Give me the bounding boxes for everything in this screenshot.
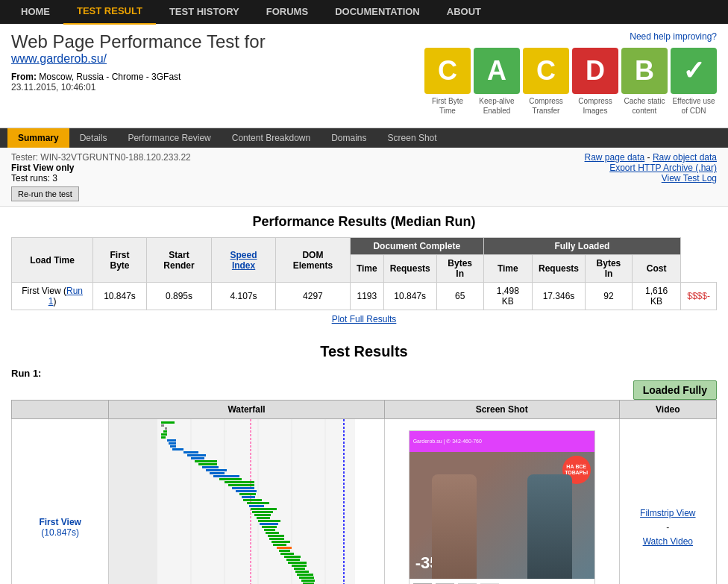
svg-rect-20 [187, 454, 206, 456]
help-link[interactable]: Need help improving? [424, 31, 717, 42]
svg-rect-21 [191, 457, 204, 459]
nav-documentation[interactable]: DOCUMENTATION [321, 0, 433, 24]
screenshot-container[interactable]: Garderob.su | ✆ 342-460-760 -35 НА ВСЕ Т… [388, 422, 616, 584]
page-title: Web Page Performance Test for [11, 31, 266, 52]
fully-loaded-header: Fully Loaded [483, 238, 681, 255]
from-label: From: [11, 72, 37, 82]
cell-start-render: 4.107s [212, 283, 276, 310]
svg-rect-50 [273, 544, 286, 546]
first-view-label: First View [19, 517, 101, 527]
grade-cdn-label: Effective use of CDN [671, 96, 717, 116]
svg-rect-24 [202, 466, 219, 468]
tab-performance-review[interactable]: Performance Review [117, 128, 221, 148]
grade-compress-transfer: C [523, 48, 569, 94]
svg-rect-60 [297, 574, 313, 576]
tester-info: Tester: WIN-32VTGRUNTN0-188.120.233.22 [11, 152, 191, 163]
grade-first-byte-label: First Byte Time [424, 96, 471, 116]
raw-page-data-link[interactable]: Raw page data [585, 152, 645, 163]
svg-rect-44 [262, 526, 277, 528]
filmstrip-view-link[interactable]: Filmstrip View [627, 504, 709, 522]
svg-rect-42 [258, 520, 280, 522]
nav-test-result[interactable]: TEST RESULT [63, 0, 156, 25]
col-header-empty [12, 401, 109, 419]
test-results-title: Test Results [0, 343, 728, 360]
svg-rect-9 [161, 421, 175, 424]
svg-rect-25 [206, 469, 227, 471]
svg-rect-32 [236, 490, 257, 492]
run-details-table: Waterfall Screen Shot Video First View (… [11, 400, 717, 584]
svg-rect-49 [272, 541, 290, 543]
svg-rect-41 [257, 517, 270, 519]
cell-fl-requests: 92 [586, 283, 633, 310]
svg-rect-12 [163, 430, 167, 433]
svg-rect-15 [167, 439, 176, 442]
col-fl-cost: Cost [632, 255, 680, 283]
svg-rect-48 [269, 538, 284, 540]
first-view-label: First View only [11, 163, 191, 173]
col-load-time: Load Time [12, 238, 93, 283]
svg-rect-23 [198, 463, 217, 465]
plot-full-results-link[interactable]: Plot Full Results [332, 314, 397, 324]
grade-keepalive-label: Keep-alive Enabled [474, 96, 520, 116]
raw-object-data-link[interactable]: Raw object data [653, 152, 717, 163]
grade-cdn: ✓ [671, 48, 717, 94]
svg-rect-54 [284, 556, 301, 558]
nav-test-history[interactable]: TEST HISTORY [156, 0, 253, 24]
nav-about[interactable]: ABOUT [433, 0, 495, 24]
svg-rect-11 [165, 427, 167, 430]
svg-rect-22 [195, 460, 217, 462]
plot-link-wrapper: Plot Full Results [11, 310, 717, 328]
waterfall-chart[interactable] [109, 419, 383, 584]
col-header-video: Video [619, 401, 716, 419]
export-http-link[interactable]: Export HTTP Archive (.har) [609, 163, 717, 173]
site-url[interactable]: www.garderob.su/ [11, 52, 266, 66]
svg-rect-58 [294, 568, 305, 570]
grade-cache-static: B [621, 48, 668, 94]
test-runs: Test runs: 3 [11, 173, 191, 183]
view-test-log-link[interactable]: View Test Log [662, 173, 717, 183]
svg-rect-14 [161, 436, 166, 439]
svg-rect-1 [109, 419, 157, 584]
watch-video-link[interactable]: Watch Video [627, 533, 709, 550]
grade-keepalive: A [474, 48, 520, 94]
row-label: First View (Run 1) [12, 283, 93, 310]
rerun-button[interactable]: Re-run the test [11, 186, 79, 201]
video-separator: - [666, 522, 669, 533]
nav-home[interactable]: HOME [7, 0, 63, 24]
svg-rect-52 [279, 550, 290, 552]
info-bar: Tester: WIN-32VTGRUNTN0-188.120.233.22 F… [0, 148, 728, 207]
run-1-label: Run 1: [0, 364, 728, 383]
svg-rect-33 [239, 493, 256, 495]
svg-rect-30 [228, 484, 254, 486]
svg-rect-61 [299, 577, 314, 579]
waterfall-svg [109, 419, 355, 584]
cell-doc-requests: 65 [436, 283, 483, 310]
tab-domains[interactable]: Domains [321, 128, 377, 148]
nav-forums[interactable]: FORUMS [253, 0, 321, 24]
tab-screen-shot[interactable]: Screen Shot [377, 128, 448, 148]
loaded-fully-badge: Loaded Fully [633, 380, 717, 400]
test-results-section: Test Results Run 1: Loaded Fully Waterfa… [0, 343, 728, 584]
col-doc-time: Time [350, 255, 383, 283]
tab-details[interactable]: Details [69, 128, 118, 148]
tab-content-breakdown[interactable]: Content Breakdown [222, 128, 321, 148]
grade-boxes: C First Byte Time A Keep-alive Enabled C… [424, 48, 717, 116]
col-fl-requests: Requests [532, 255, 585, 283]
doc-complete-header: Document Complete [350, 238, 483, 255]
svg-rect-18 [172, 448, 183, 450]
navigation: HOME TEST RESULT TEST HISTORY FORUMS DOC… [0, 0, 728, 24]
svg-rect-43 [260, 523, 278, 525]
col-header-waterfall: Waterfall [109, 401, 384, 419]
tab-summary[interactable]: Summary [7, 128, 69, 148]
svg-rect-31 [232, 487, 254, 489]
grade-compress-transfer-label: Compress Transfer [523, 96, 569, 116]
svg-rect-17 [170, 445, 176, 448]
svg-rect-34 [242, 496, 255, 498]
cell-fl-bytes: 1,616 KB [632, 283, 680, 310]
svg-rect-28 [219, 478, 242, 480]
svg-rect-55 [286, 559, 300, 561]
first-view-time: (10.847s) [19, 527, 101, 538]
svg-rect-59 [295, 571, 309, 573]
svg-rect-53 [280, 553, 294, 555]
cell-cost: $$$$- [681, 283, 717, 310]
